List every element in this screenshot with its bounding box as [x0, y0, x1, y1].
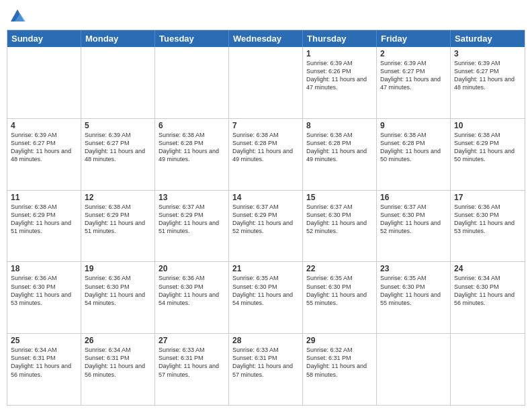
day-number: 13: [159, 193, 225, 202]
calendar-cell: 13Sunrise: 6:37 AM Sunset: 6:29 PM Dayli…: [155, 191, 229, 262]
calendar-cell: 1Sunrise: 6:39 AM Sunset: 6:26 PM Daylig…: [303, 47, 377, 118]
sun-info: Sunrise: 6:33 AM Sunset: 6:31 PM Dayligh…: [232, 346, 299, 379]
calendar-cell: [377, 334, 451, 405]
col-tuesday: Tuesday: [155, 30, 229, 47]
calendar-body: 1Sunrise: 6:39 AM Sunset: 6:26 PM Daylig…: [7, 47, 525, 405]
day-number: 12: [85, 193, 151, 202]
sun-info: Sunrise: 6:36 AM Sunset: 6:30 PM Dayligh…: [159, 274, 225, 307]
calendar-cell: 19Sunrise: 6:36 AM Sunset: 6:30 PM Dayli…: [81, 262, 155, 333]
calendar: Sunday Monday Tuesday Wednesday Thursday…: [7, 30, 525, 406]
day-number: 26: [85, 336, 151, 345]
day-number: 27: [159, 336, 225, 345]
calendar-cell: 14Sunrise: 6:37 AM Sunset: 6:29 PM Dayli…: [229, 191, 303, 262]
calendar-cell: 22Sunrise: 6:35 AM Sunset: 6:30 PM Dayli…: [303, 262, 377, 333]
calendar-cell: 17Sunrise: 6:36 AM Sunset: 6:30 PM Dayli…: [451, 191, 525, 262]
calendar-cell: [155, 47, 229, 118]
day-number: 29: [306, 336, 373, 345]
col-wednesday: Wednesday: [229, 30, 303, 47]
sun-info: Sunrise: 6:39 AM Sunset: 6:27 PM Dayligh…: [11, 131, 77, 164]
day-number: 20: [159, 264, 225, 273]
sun-info: Sunrise: 6:38 AM Sunset: 6:28 PM Dayligh…: [306, 131, 373, 164]
page: Sunday Monday Tuesday Wednesday Thursday…: [0, 0, 532, 411]
calendar-cell: 24Sunrise: 6:34 AM Sunset: 6:30 PM Dayli…: [451, 262, 525, 333]
calendar-cell: 8Sunrise: 6:38 AM Sunset: 6:28 PM Daylig…: [303, 119, 377, 190]
day-number: 4: [11, 121, 77, 130]
day-number: 3: [454, 49, 521, 58]
sun-info: Sunrise: 6:38 AM Sunset: 6:29 PM Dayligh…: [11, 203, 77, 236]
day-number: 16: [380, 193, 447, 202]
calendar-row-1: 1Sunrise: 6:39 AM Sunset: 6:26 PM Daylig…: [7, 47, 525, 118]
day-number: 17: [454, 193, 521, 202]
calendar-cell: 21Sunrise: 6:35 AM Sunset: 6:30 PM Dayli…: [229, 262, 303, 333]
day-number: 19: [85, 264, 151, 273]
calendar-cell: 7Sunrise: 6:38 AM Sunset: 6:28 PM Daylig…: [229, 119, 303, 190]
calendar-row-4: 18Sunrise: 6:36 AM Sunset: 6:30 PM Dayli…: [7, 261, 525, 333]
sun-info: Sunrise: 6:38 AM Sunset: 6:29 PM Dayligh…: [85, 203, 151, 236]
calendar-cell: 28Sunrise: 6:33 AM Sunset: 6:31 PM Dayli…: [229, 334, 303, 405]
day-number: 9: [380, 121, 447, 130]
calendar-cell: 10Sunrise: 6:38 AM Sunset: 6:29 PM Dayli…: [451, 119, 525, 190]
day-number: 5: [85, 121, 151, 130]
sun-info: Sunrise: 6:33 AM Sunset: 6:31 PM Dayligh…: [159, 346, 225, 379]
sun-info: Sunrise: 6:38 AM Sunset: 6:28 PM Dayligh…: [232, 131, 299, 164]
calendar-cell: 12Sunrise: 6:38 AM Sunset: 6:29 PM Dayli…: [81, 191, 155, 262]
calendar-header: Sunday Monday Tuesday Wednesday Thursday…: [7, 30, 525, 47]
day-number: 2: [380, 49, 447, 58]
sun-info: Sunrise: 6:39 AM Sunset: 6:27 PM Dayligh…: [380, 59, 447, 92]
col-saturday: Saturday: [451, 30, 525, 47]
calendar-cell: 5Sunrise: 6:39 AM Sunset: 6:27 PM Daylig…: [81, 119, 155, 190]
sun-info: Sunrise: 6:37 AM Sunset: 6:30 PM Dayligh…: [380, 203, 447, 236]
calendar-cell: 18Sunrise: 6:36 AM Sunset: 6:30 PM Dayli…: [7, 262, 81, 333]
day-number: 23: [380, 264, 447, 273]
sun-info: Sunrise: 6:34 AM Sunset: 6:31 PM Dayligh…: [85, 346, 151, 379]
col-sunday: Sunday: [7, 30, 81, 47]
col-monday: Monday: [81, 30, 155, 47]
sun-info: Sunrise: 6:38 AM Sunset: 6:28 PM Dayligh…: [380, 131, 447, 164]
day-number: 24: [454, 264, 521, 273]
col-thursday: Thursday: [303, 30, 377, 47]
sun-info: Sunrise: 6:35 AM Sunset: 6:30 PM Dayligh…: [380, 274, 447, 307]
day-number: 18: [11, 264, 77, 273]
calendar-cell: 27Sunrise: 6:33 AM Sunset: 6:31 PM Dayli…: [155, 334, 229, 405]
col-friday: Friday: [377, 30, 451, 47]
sun-info: Sunrise: 6:34 AM Sunset: 6:30 PM Dayligh…: [454, 274, 521, 307]
calendar-cell: 25Sunrise: 6:34 AM Sunset: 6:31 PM Dayli…: [7, 334, 81, 405]
calendar-row-2: 4Sunrise: 6:39 AM Sunset: 6:27 PM Daylig…: [7, 118, 525, 190]
sun-info: Sunrise: 6:37 AM Sunset: 6:29 PM Dayligh…: [232, 203, 299, 236]
sun-info: Sunrise: 6:37 AM Sunset: 6:30 PM Dayligh…: [306, 203, 373, 236]
calendar-row-5: 25Sunrise: 6:34 AM Sunset: 6:31 PM Dayli…: [7, 333, 525, 405]
logo: [7, 9, 27, 26]
day-number: 8: [306, 121, 373, 130]
sun-info: Sunrise: 6:35 AM Sunset: 6:30 PM Dayligh…: [232, 274, 299, 307]
day-number: 25: [11, 336, 77, 345]
calendar-cell: 3Sunrise: 6:39 AM Sunset: 6:27 PM Daylig…: [451, 47, 525, 118]
calendar-cell: 4Sunrise: 6:39 AM Sunset: 6:27 PM Daylig…: [7, 119, 81, 190]
logo-icon: [8, 7, 27, 26]
sun-info: Sunrise: 6:36 AM Sunset: 6:30 PM Dayligh…: [454, 203, 521, 236]
sun-info: Sunrise: 6:37 AM Sunset: 6:29 PM Dayligh…: [159, 203, 225, 236]
sun-info: Sunrise: 6:34 AM Sunset: 6:31 PM Dayligh…: [11, 346, 77, 379]
calendar-cell: 15Sunrise: 6:37 AM Sunset: 6:30 PM Dayli…: [303, 191, 377, 262]
day-number: 10: [454, 121, 521, 130]
calendar-cell: 9Sunrise: 6:38 AM Sunset: 6:28 PM Daylig…: [377, 119, 451, 190]
calendar-cell: [81, 47, 155, 118]
day-number: 15: [306, 193, 373, 202]
calendar-cell: 29Sunrise: 6:32 AM Sunset: 6:31 PM Dayli…: [303, 334, 377, 405]
sun-info: Sunrise: 6:39 AM Sunset: 6:26 PM Dayligh…: [306, 59, 373, 92]
sun-info: Sunrise: 6:32 AM Sunset: 6:31 PM Dayligh…: [306, 346, 373, 379]
calendar-cell: 23Sunrise: 6:35 AM Sunset: 6:30 PM Dayli…: [377, 262, 451, 333]
sun-info: Sunrise: 6:35 AM Sunset: 6:30 PM Dayligh…: [306, 274, 373, 307]
day-number: 28: [232, 336, 299, 345]
calendar-cell: [451, 334, 525, 405]
sun-info: Sunrise: 6:38 AM Sunset: 6:29 PM Dayligh…: [454, 131, 521, 164]
day-number: 1: [306, 49, 373, 58]
day-number: 11: [11, 193, 77, 202]
day-number: 7: [232, 121, 299, 130]
calendar-cell: 6Sunrise: 6:38 AM Sunset: 6:28 PM Daylig…: [155, 119, 229, 190]
sun-info: Sunrise: 6:39 AM Sunset: 6:27 PM Dayligh…: [85, 131, 151, 164]
calendar-cell: 11Sunrise: 6:38 AM Sunset: 6:29 PM Dayli…: [7, 191, 81, 262]
header: [7, 7, 525, 26]
sun-info: Sunrise: 6:36 AM Sunset: 6:30 PM Dayligh…: [11, 274, 77, 307]
sun-info: Sunrise: 6:39 AM Sunset: 6:27 PM Dayligh…: [454, 59, 521, 92]
day-number: 22: [306, 264, 373, 273]
